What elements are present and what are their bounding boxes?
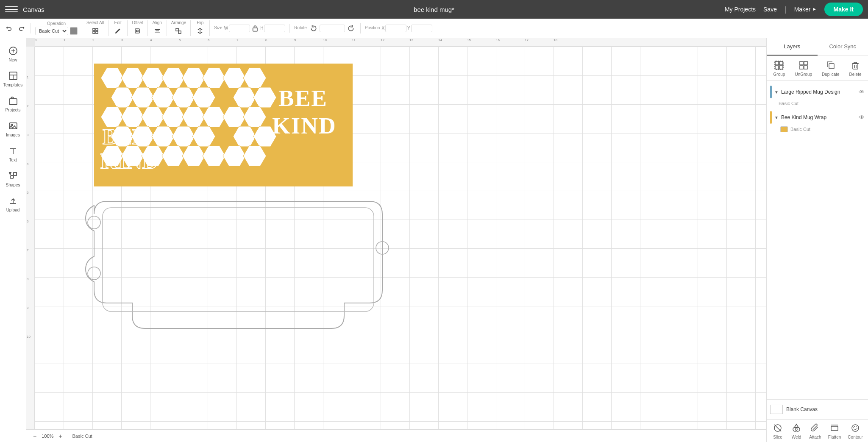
position-y-input[interactable] <box>411 25 432 32</box>
svg-rect-9 <box>155 32 160 33</box>
arrange-button[interactable] <box>173 26 184 36</box>
bottom-tools: Slice Weld Attach Flatten <box>767 419 868 442</box>
layer-item-2[interactable]: ▼ Bee Kind Mug Wrap 👁 <box>767 109 868 125</box>
sidebar-label-shapes: Shapes <box>6 183 20 187</box>
sidebar-item-images[interactable]: Images <box>0 117 26 142</box>
sidebar-item-projects[interactable]: Projects <box>0 92 26 117</box>
ungroup-action[interactable]: UnGroup <box>795 59 812 77</box>
svg-rect-3 <box>93 31 95 33</box>
svg-rect-76 <box>779 61 783 65</box>
operation-section: Operation Basic Cut <box>35 21 82 35</box>
upload-icon <box>8 196 18 206</box>
edit-button[interactable] <box>113 26 123 36</box>
align-button[interactable] <box>152 26 162 36</box>
my-projects-button[interactable]: My Projects <box>725 6 756 13</box>
weld-icon <box>790 422 802 434</box>
rotate-input[interactable] <box>320 25 345 32</box>
rotate-cw-button[interactable] <box>346 23 356 33</box>
size-lock-button[interactable] <box>251 24 259 33</box>
svg-rect-80 <box>800 61 803 65</box>
group-icon <box>773 59 785 71</box>
flatten-tool[interactable]: Flatten <box>828 422 841 439</box>
svg-point-96 <box>854 426 857 430</box>
layer-eye-2[interactable]: 👁 <box>859 114 865 121</box>
contour-tool[interactable]: Contour <box>848 422 863 439</box>
save-button[interactable]: Save <box>763 6 777 13</box>
layers-list: ▼ Large Ripped Mug Design 👁 Basic Cut ▼ … <box>767 81 868 399</box>
svg-rect-77 <box>775 66 779 69</box>
edit-section: Edit <box>113 20 128 36</box>
size-h-input[interactable] <box>264 25 285 32</box>
delete-icon <box>849 59 861 71</box>
menu-button[interactable] <box>5 6 18 12</box>
sidebar-item-new[interactable]: New <box>0 42 26 67</box>
basic-cut-status: Basic Cut <box>72 434 92 439</box>
slice-tool[interactable]: Slice <box>772 422 784 439</box>
weld-tool[interactable]: Weld <box>790 422 802 439</box>
redo-button[interactable] <box>16 23 26 33</box>
zoom-in-button[interactable]: + <box>57 432 64 440</box>
flip-button[interactable] <box>195 26 205 36</box>
position-section: Position X Y <box>365 25 437 32</box>
group-action[interactable]: Group <box>773 59 785 77</box>
operation-label: Operation <box>47 21 66 26</box>
make-it-button[interactable]: Make It <box>824 3 863 16</box>
offset-section: Offset <box>132 20 148 36</box>
sidebar-label-upload: Upload <box>6 208 20 212</box>
position-x-input[interactable] <box>385 25 406 32</box>
operation-select[interactable]: Basic Cut <box>35 27 68 35</box>
svg-text:BEE: BEE <box>103 125 147 149</box>
sidebar-item-text[interactable]: Text <box>0 142 26 167</box>
blank-canvas-row[interactable]: Blank Canvas <box>770 403 865 416</box>
size-h-label: H <box>260 26 263 31</box>
svg-rect-82 <box>800 66 803 69</box>
operation-color-swatch[interactable] <box>70 27 78 35</box>
svg-rect-83 <box>804 66 807 69</box>
svg-rect-6 <box>136 30 138 32</box>
size-w-input[interactable] <box>229 25 250 32</box>
layer-name-1: Large Ripped Mug Design <box>781 89 856 95</box>
layer-chevron-1[interactable]: ▼ <box>774 90 779 95</box>
contour-icon <box>849 422 861 434</box>
maker-button[interactable]: Maker <box>794 6 817 13</box>
duplicate-icon <box>825 59 837 71</box>
arrange-label: Arrange <box>171 20 186 25</box>
svg-rect-8 <box>156 31 159 31</box>
rotate-ccw-button[interactable] <box>309 23 319 33</box>
sidebar-item-upload[interactable]: Upload <box>0 192 26 217</box>
sidebar-item-shapes[interactable]: Shapes <box>0 167 26 192</box>
shapes-icon <box>8 171 18 181</box>
tab-color-sync[interactable]: Color Sync <box>818 38 868 56</box>
attach-icon <box>809 422 821 434</box>
size-w-label: W <box>224 26 228 31</box>
flatten-icon <box>829 422 840 434</box>
main-layout: New Templates Projects Images Text <box>0 38 868 442</box>
mug-design-element[interactable]: BEE KIND BEE KIND <box>94 64 353 186</box>
duplicate-action[interactable]: Duplicate <box>822 59 840 77</box>
undo-button[interactable] <box>4 23 14 33</box>
canvas-grid[interactable]: BEE KIND BEE KIND <box>35 47 766 429</box>
templates-icon <box>8 71 18 81</box>
canvas-area[interactable]: 0 1 2 3 4 5 6 7 8 9 10 11 12 13 14 15 16… <box>26 38 766 442</box>
svg-point-95 <box>852 425 859 431</box>
blank-canvas-swatch[interactable] <box>770 405 783 414</box>
mug-wrap-element[interactable] <box>81 189 395 333</box>
zoom-level: 100% <box>42 434 53 439</box>
layer-sub-1: Basic Cut <box>767 100 868 108</box>
zoom-out-button[interactable]: − <box>31 432 38 440</box>
layer-chevron-2[interactable]: ▼ <box>774 115 779 120</box>
align-section: Align <box>152 20 167 36</box>
offset-button[interactable] <box>132 26 142 36</box>
attach-tool[interactable]: Attach <box>809 422 821 439</box>
sidebar-item-templates[interactable]: Templates <box>0 67 26 92</box>
edit-label: Edit <box>114 20 122 25</box>
sidebar-label-new: New <box>8 58 17 62</box>
svg-marker-92 <box>794 424 798 428</box>
svg-rect-1 <box>93 28 95 31</box>
tab-layers[interactable]: Layers <box>767 38 818 56</box>
images-icon <box>8 121 18 131</box>
select-all-button[interactable] <box>90 26 100 36</box>
delete-action[interactable]: Delete <box>849 59 862 77</box>
layer-eye-1[interactable]: 👁 <box>859 89 865 95</box>
layer-item-1[interactable]: ▼ Large Ripped Mug Design 👁 <box>767 84 868 100</box>
